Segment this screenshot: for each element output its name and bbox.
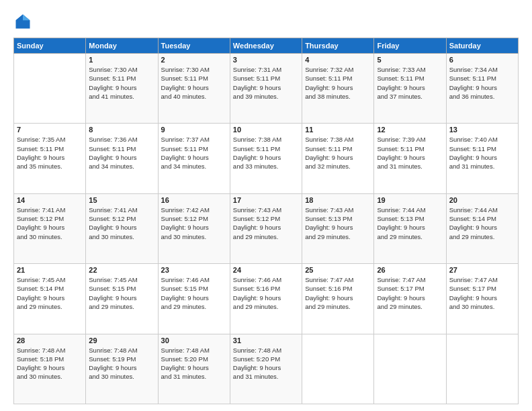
day-info: Sunrise: 7:45 AM Sunset: 5:15 PM Dayligh… (89, 276, 137, 310)
calendar-cell: 30Sunrise: 7:48 AM Sunset: 5:20 PM Dayli… (158, 334, 230, 404)
day-number: 30 (161, 336, 227, 345)
calendar-cell: 28Sunrise: 7:48 AM Sunset: 5:18 PM Dayli… (14, 334, 86, 404)
calendar-cell: 17Sunrise: 7:43 AM Sunset: 5:12 PM Dayli… (230, 193, 302, 263)
calendar-cell: 25Sunrise: 7:47 AM Sunset: 5:16 PM Dayli… (302, 264, 374, 334)
day-info: Sunrise: 7:37 AM Sunset: 5:11 PM Dayligh… (161, 136, 210, 170)
calendar-cell: 27Sunrise: 7:47 AM Sunset: 5:17 PM Dayli… (446, 264, 518, 334)
day-info: Sunrise: 7:48 AM Sunset: 5:18 PM Dayligh… (17, 347, 65, 381)
weekday-header: Saturday (446, 38, 518, 54)
day-number: 15 (89, 196, 154, 204)
calendar-cell (374, 334, 446, 404)
header (13, 12, 519, 31)
calendar-cell: 21Sunrise: 7:45 AM Sunset: 5:14 PM Dayli… (14, 264, 86, 334)
day-info: Sunrise: 7:33 AM Sunset: 5:11 PM Dayligh… (377, 66, 425, 100)
calendar-table: SundayMondayTuesdayWednesdayThursdayFrid… (13, 38, 519, 404)
day-number: 26 (377, 266, 443, 274)
day-number: 31 (233, 336, 299, 345)
day-number: 8 (89, 126, 154, 134)
weekday-header: Sunday (14, 38, 86, 54)
day-number: 3 (233, 56, 299, 64)
calendar-cell: 8Sunrise: 7:36 AM Sunset: 5:11 PM Daylig… (86, 124, 158, 193)
calendar-cell (302, 334, 374, 404)
calendar-cell (446, 334, 518, 404)
day-info: Sunrise: 7:35 AM Sunset: 5:11 PM Dayligh… (17, 136, 65, 170)
day-info: Sunrise: 7:47 AM Sunset: 5:17 PM Dayligh… (449, 276, 498, 310)
day-info: Sunrise: 7:30 AM Sunset: 5:11 PM Dayligh… (89, 66, 137, 100)
day-number: 25 (305, 266, 371, 274)
day-number: 9 (161, 126, 227, 134)
day-number: 18 (305, 196, 371, 204)
weekday-header: Monday (86, 38, 158, 54)
day-number: 19 (377, 196, 443, 204)
day-number: 12 (377, 126, 443, 134)
day-number: 4 (305, 56, 371, 64)
calendar-cell: 29Sunrise: 7:48 AM Sunset: 5:19 PM Dayli… (86, 334, 158, 404)
day-info: Sunrise: 7:48 AM Sunset: 5:20 PM Dayligh… (233, 347, 281, 381)
day-info: Sunrise: 7:34 AM Sunset: 5:11 PM Dayligh… (449, 66, 498, 100)
calendar-cell: 1Sunrise: 7:30 AM Sunset: 5:11 PM Daylig… (86, 54, 158, 124)
day-number: 11 (305, 126, 371, 134)
day-number: 24 (233, 266, 299, 274)
day-info: Sunrise: 7:30 AM Sunset: 5:11 PM Dayligh… (161, 66, 210, 100)
day-info: Sunrise: 7:32 AM Sunset: 5:11 PM Dayligh… (305, 66, 353, 100)
day-info: Sunrise: 7:44 AM Sunset: 5:14 PM Dayligh… (449, 206, 498, 240)
calendar-cell: 2Sunrise: 7:30 AM Sunset: 5:11 PM Daylig… (158, 54, 230, 124)
day-number: 17 (233, 196, 299, 204)
day-number: 1 (89, 56, 154, 64)
calendar-cell: 13Sunrise: 7:40 AM Sunset: 5:11 PM Dayli… (446, 124, 518, 193)
calendar-cell (14, 54, 86, 124)
day-info: Sunrise: 7:46 AM Sunset: 5:16 PM Dayligh… (233, 276, 281, 310)
calendar-cell: 4Sunrise: 7:32 AM Sunset: 5:11 PM Daylig… (302, 54, 374, 124)
day-number: 20 (449, 196, 515, 204)
calendar-cell: 15Sunrise: 7:41 AM Sunset: 5:12 PM Dayli… (86, 193, 158, 263)
day-number: 28 (17, 336, 83, 345)
day-info: Sunrise: 7:40 AM Sunset: 5:11 PM Dayligh… (449, 136, 498, 170)
day-info: Sunrise: 7:39 AM Sunset: 5:11 PM Dayligh… (377, 136, 425, 170)
calendar-cell: 24Sunrise: 7:46 AM Sunset: 5:16 PM Dayli… (230, 264, 302, 334)
calendar-cell: 7Sunrise: 7:35 AM Sunset: 5:11 PM Daylig… (14, 124, 86, 193)
day-info: Sunrise: 7:42 AM Sunset: 5:12 PM Dayligh… (161, 206, 210, 240)
weekday-header: Thursday (302, 38, 374, 54)
weekday-header: Wednesday (230, 38, 302, 54)
day-number: 7 (17, 126, 83, 134)
day-info: Sunrise: 7:41 AM Sunset: 5:12 PM Dayligh… (89, 206, 137, 240)
day-number: 22 (89, 266, 154, 274)
calendar-cell: 23Sunrise: 7:46 AM Sunset: 5:15 PM Dayli… (158, 264, 230, 334)
day-info: Sunrise: 7:43 AM Sunset: 5:12 PM Dayligh… (233, 206, 281, 240)
calendar-cell: 26Sunrise: 7:47 AM Sunset: 5:17 PM Dayli… (374, 264, 446, 334)
calendar-cell: 16Sunrise: 7:42 AM Sunset: 5:12 PM Dayli… (158, 193, 230, 263)
day-number: 14 (17, 196, 83, 204)
calendar-cell: 18Sunrise: 7:43 AM Sunset: 5:13 PM Dayli… (302, 193, 374, 263)
day-info: Sunrise: 7:41 AM Sunset: 5:12 PM Dayligh… (17, 206, 65, 240)
day-info: Sunrise: 7:45 AM Sunset: 5:14 PM Dayligh… (17, 276, 65, 310)
day-number: 21 (17, 266, 83, 274)
day-number: 13 (449, 126, 515, 134)
svg-marker-1 (23, 15, 30, 21)
calendar-cell: 5Sunrise: 7:33 AM Sunset: 5:11 PM Daylig… (374, 54, 446, 124)
day-number: 6 (449, 56, 515, 64)
day-info: Sunrise: 7:48 AM Sunset: 5:20 PM Dayligh… (161, 347, 210, 381)
calendar-cell: 20Sunrise: 7:44 AM Sunset: 5:14 PM Dayli… (446, 193, 518, 263)
day-number: 10 (233, 126, 299, 134)
day-number: 5 (377, 56, 443, 64)
day-info: Sunrise: 7:47 AM Sunset: 5:16 PM Dayligh… (305, 276, 353, 310)
calendar-cell: 6Sunrise: 7:34 AM Sunset: 5:11 PM Daylig… (446, 54, 518, 124)
day-info: Sunrise: 7:31 AM Sunset: 5:11 PM Dayligh… (233, 66, 281, 100)
logo (13, 12, 35, 31)
calendar-cell: 14Sunrise: 7:41 AM Sunset: 5:12 PM Dayli… (14, 193, 86, 263)
day-number: 2 (161, 56, 227, 64)
day-info: Sunrise: 7:38 AM Sunset: 5:11 PM Dayligh… (305, 136, 353, 170)
day-info: Sunrise: 7:43 AM Sunset: 5:13 PM Dayligh… (305, 206, 353, 240)
page: SundayMondayTuesdayWednesdayThursdayFrid… (0, 0, 532, 411)
calendar-cell: 31Sunrise: 7:48 AM Sunset: 5:20 PM Dayli… (230, 334, 302, 404)
logo-icon (13, 12, 32, 31)
calendar-cell: 9Sunrise: 7:37 AM Sunset: 5:11 PM Daylig… (158, 124, 230, 193)
calendar-cell: 19Sunrise: 7:44 AM Sunset: 5:13 PM Dayli… (374, 193, 446, 263)
day-number: 29 (89, 336, 154, 345)
calendar-cell: 10Sunrise: 7:38 AM Sunset: 5:11 PM Dayli… (230, 124, 302, 193)
weekday-header: Friday (374, 38, 446, 54)
day-number: 16 (161, 196, 227, 204)
calendar-cell: 22Sunrise: 7:45 AM Sunset: 5:15 PM Dayli… (86, 264, 158, 334)
day-info: Sunrise: 7:44 AM Sunset: 5:13 PM Dayligh… (377, 206, 425, 240)
day-info: Sunrise: 7:48 AM Sunset: 5:19 PM Dayligh… (89, 347, 137, 381)
